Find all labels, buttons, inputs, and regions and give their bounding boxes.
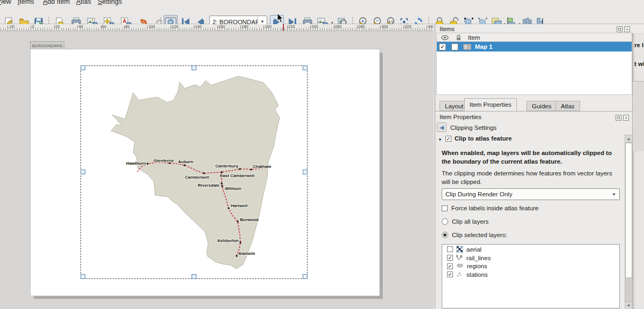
scroll-up-icon[interactable]: ▲ xyxy=(625,135,632,143)
station-label: Auburn xyxy=(178,159,194,164)
resize-handle[interactable] xyxy=(303,170,308,174)
force-labels-checkbox[interactable] xyxy=(442,205,448,211)
back-button[interactable]: ◀ xyxy=(437,122,447,132)
station-label: Burwood xyxy=(240,217,259,222)
scrollbar-thumb[interactable] xyxy=(625,143,632,278)
resize-handle[interactable] xyxy=(80,274,85,279)
layer-name: regions xyxy=(467,263,487,269)
force-labels-row[interactable]: Force labels inside atlas feature xyxy=(442,205,538,211)
resize-handle[interactable] xyxy=(80,170,85,174)
layer-row-rail_lines[interactable]: ✓rail_lines xyxy=(442,253,619,262)
clip-mode-select[interactable]: Clip During Render Only ▼ xyxy=(442,188,620,200)
layer-row-stations[interactable]: ✓stations xyxy=(442,270,619,278)
boroondara-map: HawthornGlenferrieAuburnCamberwellEast C… xyxy=(81,66,308,279)
ruler-label: 140 xyxy=(195,24,202,29)
ruler-tick xyxy=(147,26,148,31)
clip-selected-radio[interactable] xyxy=(442,232,448,238)
clip-info-text: The clipping mode determines how feature… xyxy=(442,170,621,186)
ruler-tick xyxy=(54,26,55,31)
menu-item-items[interactable]: Items xyxy=(18,0,34,5)
ruler-tick xyxy=(240,26,241,31)
station-marker xyxy=(236,255,237,256)
items-list[interactable]: ✓ Map 1 xyxy=(436,42,632,95)
clip-all-radio[interactable] xyxy=(442,218,448,225)
menu-item-settings[interactable]: Settings xyxy=(98,0,122,5)
ruler-label: 320 xyxy=(405,24,412,29)
items-row-map1[interactable]: ✓ Map 1 xyxy=(437,42,632,52)
layer-row-regions[interactable]: ✓regions xyxy=(442,262,619,270)
item-properties-title: Item Properties xyxy=(440,114,481,120)
layout-canvas[interactable]: BOROONDARA HawthornGlenferrieAuburnCambe… xyxy=(0,31,434,309)
ruler-label: 300 xyxy=(381,24,388,29)
ruler-tick xyxy=(404,26,404,31)
item-visibility-checkbox[interactable]: ✓ xyxy=(439,43,446,50)
ruler-tick xyxy=(101,26,101,31)
station-label: Alamein xyxy=(238,251,255,256)
tab-item-properties[interactable]: Item Properties xyxy=(464,98,517,111)
item-lock-checkbox[interactable] xyxy=(451,43,458,50)
clip-all-label: Clip all layers xyxy=(452,218,488,225)
layer-row-aerial[interactable]: aerial xyxy=(442,245,619,253)
ruler-label: 20 xyxy=(55,24,60,29)
ruler-label: 180 xyxy=(241,24,248,29)
edge-cutoff-window: re le t wil xyxy=(632,33,644,309)
close-panel-icon[interactable]: × xyxy=(623,115,629,121)
station-marker xyxy=(250,168,252,170)
resize-handle[interactable] xyxy=(303,65,308,70)
resize-handle[interactable] xyxy=(80,65,85,70)
scroll-down-icon[interactable]: ▼ xyxy=(625,301,632,309)
ruler-tick xyxy=(194,26,194,31)
resize-handle[interactable] xyxy=(303,274,308,279)
station-marker xyxy=(228,207,229,209)
clipping-settings-label: Clipping Settings xyxy=(450,124,496,131)
float-panel-icon[interactable] xyxy=(616,115,621,121)
tab-guides[interactable]: Guides xyxy=(526,101,557,111)
station-label: Riversdale xyxy=(198,183,220,188)
layer-checkbox[interactable] xyxy=(447,246,453,252)
menu-item-add-item[interactable]: Add Item xyxy=(43,0,70,5)
clip-to-atlas-checkbox[interactable]: ✓ xyxy=(445,136,451,142)
collapse-arrow-icon[interactable]: ▼ xyxy=(438,137,442,142)
ruler-label: 160 xyxy=(218,24,225,29)
clip-selected-row[interactable]: Clip selected layers: xyxy=(442,232,507,238)
resize-handle[interactable] xyxy=(192,65,196,70)
ruler-tick xyxy=(310,26,311,31)
layer-checkbox[interactable]: ✓ xyxy=(447,255,453,261)
layer-name: rail_lines xyxy=(466,255,491,261)
ruler-label: 200 xyxy=(265,24,272,29)
map-item-frame[interactable]: HawthornGlenferrieAuburnCamberwellEast C… xyxy=(80,65,308,279)
ruler-tick xyxy=(380,26,380,31)
layer-checkbox[interactable]: ✓ xyxy=(447,271,453,277)
station-label: Hawthorn xyxy=(126,161,146,166)
float-panel-icon[interactable] xyxy=(617,26,623,32)
station-label: Hartwell xyxy=(231,203,247,208)
ruler-label: -20 xyxy=(9,24,14,29)
close-panel-icon[interactable]: × xyxy=(624,26,630,32)
resize-handle[interactable] xyxy=(192,274,196,279)
menu-item-view[interactable]: View xyxy=(0,0,11,5)
ruler-label: 240 xyxy=(311,24,318,29)
ruler-position-marker xyxy=(283,24,284,31)
ruler-tick xyxy=(427,26,427,31)
ruler-label: 80 xyxy=(125,24,129,29)
items-panel-title: Items xyxy=(440,26,455,32)
edge-text-1: re le xyxy=(634,42,644,48)
layer-name: aerial xyxy=(466,246,481,253)
layer-checkbox[interactable]: ✓ xyxy=(447,263,453,269)
region-polygon xyxy=(111,76,280,269)
ruler-label: 0 xyxy=(32,24,34,29)
properties-scrollbar[interactable]: ▲ ▼ xyxy=(625,135,633,309)
ruler-tick xyxy=(31,26,31,31)
ruler-label: 260 xyxy=(335,24,342,29)
clip-all-row[interactable]: Clip all layers xyxy=(442,218,488,225)
menu-item-atlas[interactable]: Atlas xyxy=(76,0,91,5)
ruler-label: 220 xyxy=(288,24,295,29)
tab-atlas[interactable]: Atlas xyxy=(555,101,580,111)
clip-layers-list[interactable]: aerial✓rail_lines✓regions✓stations xyxy=(442,244,620,308)
raster-layer-icon xyxy=(456,246,463,253)
items-table-header: Item xyxy=(436,33,632,42)
clip-mode-value: Clip During Render Only xyxy=(442,191,609,197)
point-layer-icon xyxy=(456,271,463,278)
ruler-label: 120 xyxy=(172,24,179,29)
station-marker xyxy=(221,185,223,187)
